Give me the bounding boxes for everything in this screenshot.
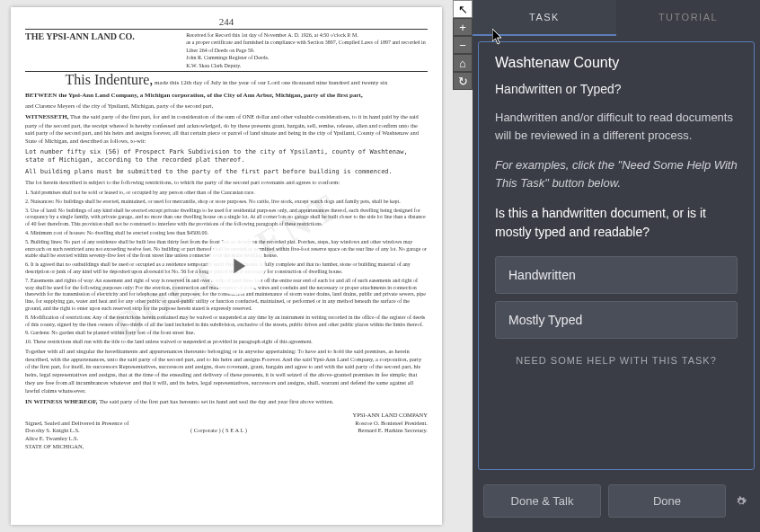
play-icon <box>225 253 251 279</box>
sig-president: Roscoe O. Bonisteel President. <box>355 420 428 428</box>
task-para2: For examples, click the "Need Some Help … <box>495 156 738 191</box>
restriction-1: 1. Said premises shall not be sold or le… <box>25 190 428 197</box>
doc-header: THE YPSI-ANN LAND CO. Received for Recor… <box>25 29 428 72</box>
signatures: YPSI-ANN LAND COMPANY Signed, Sealed and… <box>25 412 428 451</box>
in-witness: IN WITNESS WHEREOF, The said party of th… <box>25 398 428 406</box>
sig-delivered: Signed, Sealed and Delivered in Presence… <box>25 420 128 428</box>
sig-witness2: Alice E. Twamley L.S. <box>25 435 78 443</box>
sig-secretary: Bernard E. Harkins Secretary. <box>358 427 428 435</box>
zoom-out-button[interactable]: − <box>453 36 473 54</box>
witnesseth: WITNESSETH, That the said party of the f… <box>25 113 428 146</box>
filed-register: John R. Cummings Register of Deeds. <box>186 54 428 61</box>
lot-description: Lot number fifty six (56) of Prospect Pa… <box>25 148 428 165</box>
restriction-3: 3. Use of land: No buildings of any kind… <box>25 208 428 228</box>
rotate-button[interactable]: ↻ <box>453 72 473 90</box>
help-link[interactable]: NEED SOME HELP WITH THIS TASK? <box>495 355 738 366</box>
sig-company: YPSI-ANN LAND COMPANY <box>25 412 428 420</box>
task-title: Washtenaw County <box>495 55 738 71</box>
option-handwritten[interactable]: Handwritten <box>495 256 738 294</box>
play-button[interactable] <box>208 237 265 295</box>
restriction-9: 9. Gardens: No garden shall be planted w… <box>25 330 428 337</box>
restrictions-intro: The lot herein described is subject to t… <box>25 179 428 187</box>
done-button[interactable]: Done <box>608 484 726 518</box>
pointer-tool[interactable]: ↖ <box>453 0 473 18</box>
panel-tabs: TASK TUTORIAL <box>473 0 760 36</box>
document-viewer: DOCUMENT 244 THE YPSI-ANN LAND CO. Recei… <box>0 0 473 532</box>
task-content: Washtenaw County Handwritten or Typed? H… <box>478 41 755 470</box>
option-mostly-typed[interactable]: Mostly Typed <box>495 301 738 339</box>
indenture-rest: made this 12th day of July in the year o… <box>155 79 387 86</box>
filed-line1: Received for Record this 1st day of Nove… <box>186 31 428 39</box>
filing-info: Received for Record this 1st day of Nove… <box>186 31 428 69</box>
together-clause: Together with all and singular the hered… <box>25 348 428 395</box>
pointer-icon: ↖ <box>458 4 468 15</box>
settings-button[interactable] <box>733 493 749 510</box>
page-number: 244 <box>25 16 428 27</box>
task-question: Is this a handwritten document, or is it… <box>495 204 738 242</box>
filed-line2: as a proper certificate and furnished in… <box>186 39 428 54</box>
task-para1: Handwritten and/or difficult to read doc… <box>495 109 738 144</box>
between-clause: BETWEEN the Ypsi-Ann Land Company, a Mic… <box>25 92 428 100</box>
home-button[interactable]: ⌂ <box>453 54 473 72</box>
tab-task[interactable]: TASK <box>473 0 616 36</box>
side-panel: TASK TUTORIAL Washtenaw County Handwritt… <box>473 0 760 532</box>
zoom-in-button[interactable]: + <box>453 18 473 36</box>
tab-tutorial[interactable]: TUTORIAL <box>616 0 760 36</box>
restriction-2: 2. Nuisances: No buildings shall be erec… <box>25 199 428 206</box>
sig-seal: ( Corporate ) ( S E A L ) <box>190 427 247 435</box>
and-clause: and Clarence Meyers of the city of Ypsil… <box>25 102 428 111</box>
restriction-4: 4. Minimum cost of houses: No dwelling s… <box>25 230 428 237</box>
minus-icon: − <box>459 40 466 51</box>
home-icon: ⌂ <box>459 58 466 69</box>
plus-icon: + <box>459 22 466 33</box>
rotate-icon: ↻ <box>458 75 468 87</box>
viewer-toolbar: ↖ + − ⌂ ↻ <box>453 0 473 90</box>
building-plans: All building plans must be submitted to … <box>25 168 428 176</box>
restriction-10: 10. These restrictions shall run with th… <box>25 339 428 346</box>
gear-icon <box>734 494 748 509</box>
panel-footer: Done & Talk Done <box>473 475 760 532</box>
sig-state: STATE OF MICHIGAN, <box>25 443 428 451</box>
filed-deputy: K.W. Skau Clark Deputy. <box>186 62 428 69</box>
indenture-title: This Indenture, <box>66 72 154 87</box>
sig-witness1: Dorothy S. Knight L.S. <box>25 427 80 435</box>
restriction-8: 8. Modification of restrictions: Any of … <box>25 315 428 329</box>
company-name: THE YPSI-ANN LAND CO. <box>25 31 186 69</box>
indenture-line: This Indenture, made this 12th day of Ju… <box>25 72 428 88</box>
done-talk-button[interactable]: Done & Talk <box>483 484 601 518</box>
task-subtitle: Handwritten or Typed? <box>495 82 738 96</box>
